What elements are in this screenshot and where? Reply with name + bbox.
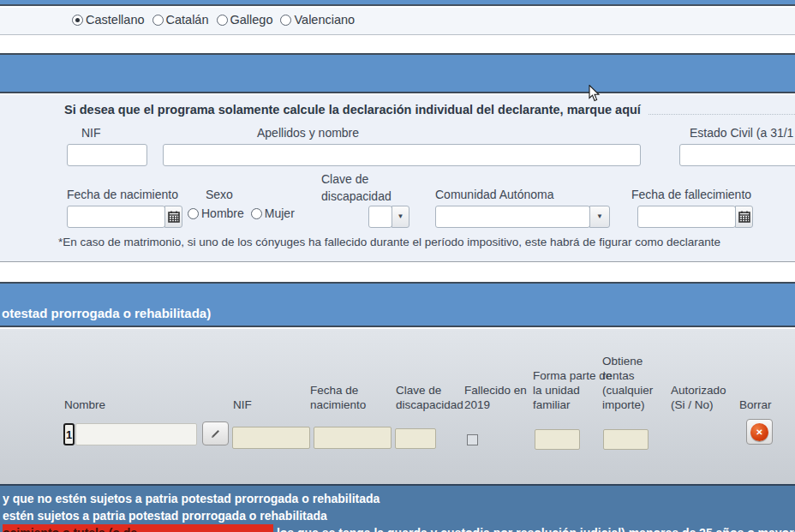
row-index-badge: 1 [63, 423, 75, 445]
child-nif-field[interactable] [232, 427, 310, 449]
language-option-label: Catalán [166, 13, 209, 27]
radio-icon[interactable] [152, 15, 164, 26]
chevron-down-icon: ▼ [398, 213, 404, 220]
top-blue-strip [0, 0, 795, 6]
footer-text-lines: y que no estén sujetos a patria potestad… [3, 490, 795, 532]
radio-icon[interactable] [251, 208, 262, 219]
calendar-icon [168, 211, 180, 223]
column-header-nif: NIF [233, 398, 272, 412]
estado-civil-input[interactable] [679, 144, 795, 166]
sexo-option-label: Hombre [201, 206, 244, 220]
chevron-down-icon: ▼ [596, 213, 603, 220]
language-panel: Castellano Catalán Gallego Valenciano [0, 8, 795, 35]
sexo-radio-group: Hombre Mujer [188, 206, 295, 220]
sexo-option-hombre[interactable]: Hombre [188, 206, 244, 220]
footer-line-1: y que no estén sujetos a patria potestad… [3, 490, 795, 507]
comunidad-autonoma-dropdown-button[interactable]: ▼ [589, 206, 610, 228]
footer-line-3: ocimiento o tutela (o de los que se teng… [3, 524, 795, 532]
language-options: Castellano Catalán Gallego Valenciano [72, 13, 355, 27]
language-option-valenciano[interactable]: Valenciano [280, 13, 355, 27]
delete-child-button[interactable]: ✕ [746, 419, 773, 445]
clave-discapacidad-input[interactable] [368, 206, 392, 228]
radio-icon[interactable] [217, 15, 228, 26]
radio-icon[interactable] [188, 208, 199, 219]
sexo-option-label: Mujer [265, 206, 295, 220]
nif-label: NIF [81, 126, 101, 140]
nif-input[interactable] [67, 144, 147, 166]
fecha-nacimiento-calendar-button[interactable] [164, 206, 182, 228]
clave-discapacidad-dropdown-button[interactable]: ▼ [392, 206, 409, 228]
language-option-label: Valenciano [294, 13, 355, 27]
child-fallecido-checkbox[interactable] [467, 434, 478, 445]
fecha-fallecimiento-label: Fecha de fallecimiento [631, 188, 751, 201]
language-option-gallego[interactable]: Gallego [217, 13, 273, 27]
renta-web-form: Castellano Catalán Gallego Valenciano Si… [0, 0, 795, 532]
calendar-icon [738, 211, 750, 223]
language-option-catalan[interactable]: Catalán [152, 13, 209, 27]
matrimonio-footnote: *En caso de matrimonio, si uno de los có… [58, 236, 720, 248]
child-clave-discapacidad-field[interactable] [395, 428, 436, 449]
sexo-option-mujer[interactable]: Mujer [251, 206, 295, 220]
sexo-label: Sexo [206, 188, 233, 201]
footer-info-section: y que no estén sujetos a patria potestad… [0, 484, 795, 532]
edit-child-button[interactable] [202, 421, 229, 445]
column-header-autorizado: Autorizado (Si / No) [671, 383, 743, 412]
column-header-borrar: Borrar [739, 398, 782, 412]
child-nombre-input[interactable] [75, 423, 197, 445]
child-unidad-familiar-field[interactable] [535, 429, 580, 450]
child-fecha-nacimiento-field[interactable] [314, 427, 392, 449]
declarant-section-header-bar [0, 53, 795, 93]
apellidos-label: Apellidos y nombre [257, 126, 359, 140]
comunidad-autonoma-label: Comunidad Autónoma [435, 188, 554, 201]
declarant-panel: Si desea que el programa solamente calcu… [0, 95, 795, 262]
radio-selected-icon[interactable] [72, 15, 83, 26]
language-option-label: Gallego [230, 13, 273, 27]
column-header-fecha-nacimiento: Fecha de nacimiento [310, 383, 380, 412]
dotted-leader-line [649, 114, 795, 115]
footer-line-3-highlight: ocimiento o tutela (o de [3, 524, 273, 532]
column-header-nombre: Nombre [64, 398, 176, 412]
language-option-label: Castellano [86, 13, 145, 27]
delete-icon: ✕ [750, 423, 768, 441]
fecha-fallecimiento-calendar-button[interactable] [735, 206, 753, 228]
children-section-header-bar: otestad prorrogada o rehabilitada) [0, 282, 795, 327]
children-table: Nombre NIF Fecha de nacimiento Clave de … [0, 329, 795, 484]
fecha-nacimiento-label: Fecha de nacimiento [67, 188, 178, 201]
column-header-obtiene-rentas: Obtiene rentas (cualquier importe) [602, 354, 676, 412]
estado-civil-label: Estado Civil (a 31/1 [690, 126, 793, 140]
footer-line-2: estén sujetos a patria potestad prorroga… [3, 507, 795, 524]
column-header-fallecido-2019: Fallecido en 2019 [464, 383, 533, 412]
radio-icon[interactable] [280, 15, 291, 26]
fecha-fallecimiento-input[interactable] [637, 206, 736, 228]
fecha-nacimiento-input[interactable] [67, 206, 165, 228]
clave-discapacidad-label: Clave de discapacidad [321, 170, 403, 205]
child-obtiene-rentas-field[interactable] [603, 429, 649, 450]
footer-line-3-rest: los que se tenga la guarda y custodia po… [277, 526, 795, 532]
pencil-icon [209, 427, 222, 440]
individual-declaration-note: Si desea que el programa solamente calcu… [64, 103, 641, 117]
apellidos-input[interactable] [163, 144, 641, 166]
comunidad-autonoma-input[interactable] [435, 206, 590, 228]
children-section-title: otestad prorrogada o rehabilitada) [2, 306, 211, 320]
language-option-castellano[interactable]: Castellano [72, 13, 145, 27]
